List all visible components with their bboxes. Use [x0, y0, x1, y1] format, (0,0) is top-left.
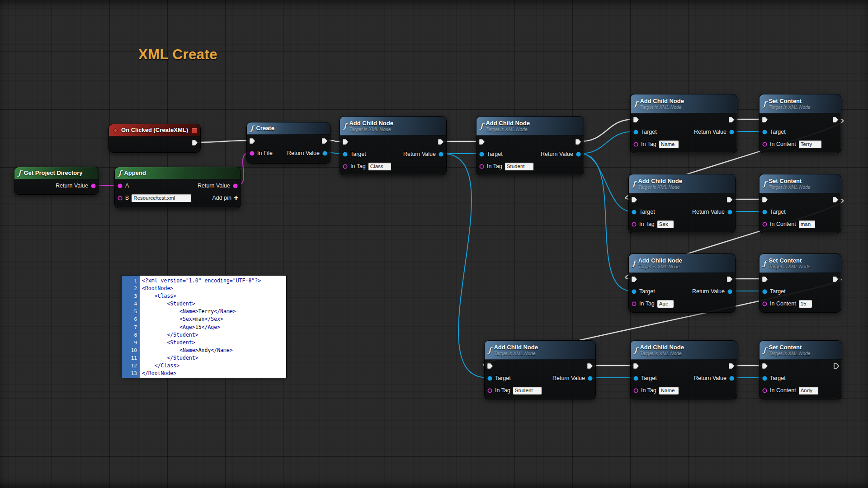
pin-exec-in[interactable] [342, 136, 349, 148]
blueprint-canvas[interactable]: On Clicked (CreateXML) ƒGet Project Dire… [0, 0, 868, 488]
pin-exec-out[interactable] [832, 114, 839, 126]
pin-target-in[interactable]: Target [762, 286, 786, 297]
pin-field-in-content[interactable] [798, 220, 816, 229]
pin-return-value-out[interactable]: Return Value [694, 372, 735, 384]
pin-in-tag-in[interactable]: In Tag [633, 385, 679, 396]
node-header[interactable]: ƒAdd Child NodeTarget is XML Node [485, 341, 595, 360]
node-header[interactable]: ƒSet ContentTarget is XML Node [760, 254, 841, 273]
pin-target-in[interactable]: Target [762, 372, 786, 384]
pin-exec-out[interactable] [587, 360, 593, 372]
pin-field-in-tag[interactable] [505, 162, 534, 171]
pin-in-tag-in[interactable]: In Tag [631, 218, 674, 230]
pin-exec-in[interactable] [762, 273, 768, 285]
node-header[interactable]: ƒAdd Child NodeTarget is XML Node [340, 117, 446, 136]
pin-in-tag-in[interactable]: In Tag [633, 138, 679, 150]
pin-in-content-in[interactable]: In Content [762, 138, 822, 150]
pin-target-in[interactable]: Target [633, 372, 657, 384]
pin-field-in-tag[interactable] [659, 386, 679, 395]
delegate-pin[interactable] [192, 128, 198, 134]
pin-exec-in[interactable] [762, 360, 768, 372]
pin-return-value-out[interactable]: Return Value [541, 148, 581, 160]
pin-target-in[interactable]: Target [633, 126, 657, 138]
pin-exec-out[interactable] [728, 114, 735, 126]
node-header[interactable]: ƒAdd Child NodeTarget is XML Node [631, 94, 737, 113]
pin-field-in-content[interactable] [798, 386, 819, 395]
node-on-clicked[interactable]: On Clicked (CreateXML) [108, 124, 201, 153]
pin-exec-out[interactable] [832, 273, 839, 285]
add-pin-button[interactable]: ✚Add pin [212, 192, 238, 204]
pin-return-value-out[interactable]: Return Value [287, 147, 328, 159]
pin-target-in[interactable]: Target [631, 286, 655, 297]
pin-in-tag-in[interactable]: In Tag [631, 298, 674, 310]
pin-exec-in[interactable] [633, 114, 639, 126]
pin-exec-out[interactable] [728, 360, 735, 372]
pin-exec-out[interactable] [321, 135, 328, 147]
pin-exec-in[interactable] [487, 360, 493, 372]
pin-field-in-tag[interactable] [657, 220, 674, 229]
pin-exec-in[interactable] [762, 114, 768, 126]
pin-in-content-in[interactable]: In Content [762, 298, 812, 310]
pin-in-tag-in[interactable]: In Tag [479, 160, 534, 172]
pin-target-in[interactable]: Target [762, 206, 786, 218]
node-create[interactable]: ƒCreate In File Return Value [246, 122, 330, 164]
node-header[interactable]: ƒSet ContentTarget is XML Node [760, 94, 841, 113]
pin-field-in-tag[interactable] [657, 300, 674, 308]
pin-exec-out[interactable] [833, 360, 840, 372]
pin-exec-in[interactable] [249, 135, 255, 147]
node-header[interactable]: ƒAdd Child NodeTarget is XML Node [629, 174, 735, 193]
pin-target-in[interactable]: Target [762, 126, 786, 138]
pin-exec-out[interactable] [192, 137, 198, 149]
pin-in-content-in[interactable]: In Content [762, 385, 819, 396]
node-header[interactable]: ƒCreate [247, 122, 330, 135]
node-addchild-name[interactable]: ƒAdd Child NodeTarget is XML Node Target… [630, 94, 737, 153]
pin-exec-out[interactable] [575, 136, 581, 148]
node-setcontent-15[interactable]: ƒSet ContentTarget is XML Node Target In… [759, 253, 841, 313]
pin-field-in-tag[interactable] [659, 140, 679, 149]
pin-exec-out[interactable] [438, 136, 444, 148]
node-header[interactable]: ƒSet ContentTarget is XML Node [760, 174, 841, 193]
node-addchild-student2[interactable]: ƒAdd Child NodeTarget is XML Node Target… [484, 340, 596, 399]
pin-return-value-out[interactable]: Return Value [692, 206, 733, 218]
node-setcontent-terry[interactable]: ƒSet ContentTarget is XML Node Target In… [759, 94, 841, 153]
node-header[interactable]: ƒGet Project Directory [14, 167, 99, 179]
pin-return-value-out[interactable]: Return Value [692, 286, 733, 297]
pin-target-in[interactable]: Target [342, 148, 366, 160]
pin-a-in[interactable]: A [117, 180, 129, 192]
pin-in-file-in[interactable]: In File [249, 147, 273, 159]
pin-field-in-tag[interactable] [368, 162, 392, 171]
pin-target-in[interactable]: Target [479, 148, 503, 160]
pin-in-tag-in[interactable]: In Tag [342, 160, 392, 172]
pin-exec-in[interactable] [633, 360, 639, 372]
pin-exec-in[interactable] [762, 194, 768, 206]
pin-return-value-out[interactable]: Return Value [198, 180, 238, 192]
node-append[interactable]: ƒAppend A Return Value B✚Add pin [114, 167, 241, 208]
node-addchild-age[interactable]: ƒAdd Child NodeTarget is XML Node Target… [628, 253, 736, 313]
node-header[interactable]: ƒSet ContentTarget is XML Node [760, 341, 842, 360]
pin-return-value-out[interactable]: Return Value [56, 180, 96, 192]
pin-return-value-out[interactable]: Return Value [552, 372, 593, 384]
node-header[interactable]: ƒAdd Child NodeTarget is XML Node [631, 341, 737, 360]
pin-exec-out[interactable] [726, 273, 733, 285]
pin-exec-out[interactable] [726, 194, 733, 206]
node-addchild-name2[interactable]: ƒAdd Child NodeTarget is XML Node Target… [630, 340, 737, 399]
pin-exec-in[interactable] [479, 136, 485, 148]
node-header[interactable]: ƒAdd Child NodeTarget is XML Node [629, 254, 735, 273]
node-setcontent-man[interactable]: ƒSet ContentTarget is XML Node Target In… [759, 174, 841, 233]
node-header[interactable]: ƒAppend [115, 167, 241, 179]
pin-b-in[interactable]: B [117, 192, 192, 204]
node-header[interactable]: On Clicked (CreateXML) [109, 124, 200, 136]
node-addchild-class[interactable]: ƒAdd Child NodeTarget is XML Node Target… [340, 116, 447, 175]
pin-field-in-content[interactable] [798, 140, 822, 149]
pin-exec-in[interactable] [631, 273, 637, 285]
pin-in-tag-in[interactable]: In Tag [487, 385, 542, 396]
node-addchild-student[interactable]: ƒAdd Child NodeTarget is XML Node Target… [476, 116, 584, 175]
pin-return-value-out[interactable]: Return Value [694, 126, 735, 138]
node-setcontent-andy[interactable]: ƒSet ContentTarget is XML Node Target In… [759, 340, 842, 399]
pin-exec-in[interactable] [631, 194, 637, 206]
pin-field-b[interactable] [131, 194, 192, 202]
pin-target-in[interactable]: Target [631, 206, 655, 218]
node-header[interactable]: ƒAdd Child NodeTarget is XML Node [476, 117, 584, 136]
pin-field-in-tag[interactable] [513, 386, 542, 395]
pin-target-in[interactable]: Target [487, 372, 511, 384]
node-get-project-directory[interactable]: ƒGet Project Directory Return Value [14, 167, 99, 195]
